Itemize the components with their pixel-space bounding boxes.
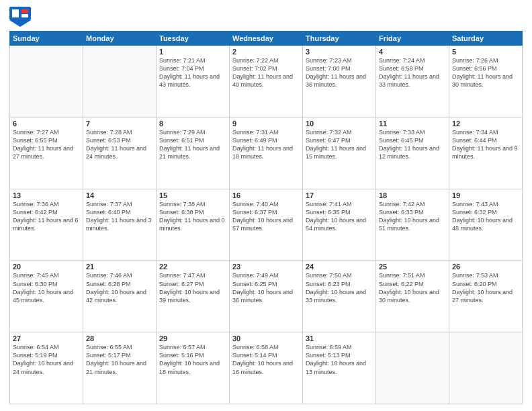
day-number: 14 [86,191,153,199]
day-number: 4 [379,48,446,56]
day-number: 9 [232,120,300,128]
day-info: Sunrise: 7:26 AM Sunset: 6:56 PM Dayligh… [452,56,519,89]
day-number: 2 [232,48,300,56]
calendar-cell: 23Sunrise: 7:49 AM Sunset: 6:25 PM Dayli… [230,261,303,332]
weekday-header-tuesday: Tuesday [157,32,230,46]
calendar-cell: 19Sunrise: 7:43 AM Sunset: 6:32 PM Dayli… [449,189,523,261]
calendar-cell: 30Sunrise: 6:58 AM Sunset: 5:14 PM Dayli… [230,332,303,404]
day-info: Sunrise: 7:22 AM Sunset: 7:02 PM Dayligh… [232,56,300,89]
day-number: 11 [379,120,446,128]
logo [9,7,34,27]
calendar-cell: 10Sunrise: 7:32 AM Sunset: 6:47 PM Dayli… [303,117,376,189]
calendar-week-3: 13Sunrise: 7:36 AM Sunset: 6:42 PM Dayli… [10,189,523,261]
calendar-cell: 26Sunrise: 7:53 AM Sunset: 6:20 PM Dayli… [449,261,523,332]
svg-rect-2 [12,9,19,17]
day-info: Sunrise: 7:53 AM Sunset: 6:20 PM Dayligh… [452,271,519,304]
day-info: Sunrise: 6:58 AM Sunset: 5:14 PM Dayligh… [232,343,300,376]
calendar-cell: 17Sunrise: 7:41 AM Sunset: 6:35 PM Dayli… [303,189,376,261]
calendar-cell: 6Sunrise: 7:27 AM Sunset: 6:55 PM Daylig… [10,117,83,189]
calendar-cell [10,46,83,118]
day-number: 15 [159,191,226,199]
day-number: 19 [452,191,519,199]
day-number: 5 [452,48,519,56]
calendar-cell [449,332,523,404]
calendar-cell: 27Sunrise: 6:54 AM Sunset: 5:19 PM Dayli… [10,332,83,404]
page: SundayMondayTuesdayWednesdayThursdayFrid… [0,0,532,411]
day-info: Sunrise: 7:38 AM Sunset: 6:38 PM Dayligh… [159,200,226,233]
weekday-header-wednesday: Wednesday [230,32,303,46]
header [9,7,523,27]
day-info: Sunrise: 7:42 AM Sunset: 6:33 PM Dayligh… [379,200,446,233]
day-number: 8 [159,120,226,128]
day-info: Sunrise: 7:37 AM Sunset: 6:40 PM Dayligh… [86,200,153,233]
calendar-cell: 22Sunrise: 7:47 AM Sunset: 6:27 PM Dayli… [157,261,230,332]
day-number: 13 [13,191,80,199]
day-info: Sunrise: 7:51 AM Sunset: 6:22 PM Dayligh… [379,271,446,304]
day-number: 7 [86,120,153,128]
calendar-cell [83,46,157,118]
calendar-cell: 21Sunrise: 7:46 AM Sunset: 6:28 PM Dayli… [83,261,157,332]
calendar-cell: 16Sunrise: 7:40 AM Sunset: 6:37 PM Dayli… [230,189,303,261]
day-number: 17 [306,191,373,199]
day-number: 26 [452,263,519,271]
calendar-cell: 9Sunrise: 7:31 AM Sunset: 6:49 PM Daylig… [230,117,303,189]
calendar-cell: 14Sunrise: 7:37 AM Sunset: 6:40 PM Dayli… [83,189,157,261]
svg-rect-3 [21,9,28,13]
weekday-header-friday: Friday [376,32,449,46]
calendar-cell: 31Sunrise: 6:59 AM Sunset: 5:13 PM Dayli… [303,332,376,404]
day-number: 28 [86,334,153,342]
day-number: 24 [306,263,373,271]
day-info: Sunrise: 7:43 AM Sunset: 6:32 PM Dayligh… [452,200,519,233]
calendar-cell: 29Sunrise: 6:57 AM Sunset: 5:16 PM Dayli… [157,332,230,404]
calendar-cell: 7Sunrise: 7:28 AM Sunset: 6:53 PM Daylig… [83,117,157,189]
calendar-cell: 25Sunrise: 7:51 AM Sunset: 6:22 PM Dayli… [376,261,449,332]
day-info: Sunrise: 7:45 AM Sunset: 6:30 PM Dayligh… [13,271,80,304]
calendar-cell: 24Sunrise: 7:50 AM Sunset: 6:23 PM Dayli… [303,261,376,332]
day-info: Sunrise: 7:49 AM Sunset: 6:25 PM Dayligh… [232,271,300,304]
day-number: 3 [306,48,373,56]
day-info: Sunrise: 7:31 AM Sunset: 6:49 PM Dayligh… [232,128,300,161]
day-number: 12 [452,120,519,128]
calendar-cell: 13Sunrise: 7:36 AM Sunset: 6:42 PM Dayli… [10,189,83,261]
day-number: 21 [86,263,153,271]
calendar-cell: 3Sunrise: 7:23 AM Sunset: 7:00 PM Daylig… [303,46,376,118]
day-info: Sunrise: 6:55 AM Sunset: 5:17 PM Dayligh… [86,343,153,376]
calendar-week-5: 27Sunrise: 6:54 AM Sunset: 5:19 PM Dayli… [10,332,523,404]
calendar-week-4: 20Sunrise: 7:45 AM Sunset: 6:30 PM Dayli… [10,261,523,332]
day-info: Sunrise: 7:23 AM Sunset: 7:00 PM Dayligh… [306,56,373,89]
calendar-cell: 1Sunrise: 7:21 AM Sunset: 7:04 PM Daylig… [157,46,230,118]
calendar-week-1: 1Sunrise: 7:21 AM Sunset: 7:04 PM Daylig… [10,46,523,118]
day-number: 20 [13,263,80,271]
day-number: 22 [159,263,226,271]
calendar-header-row: SundayMondayTuesdayWednesdayThursdayFrid… [10,32,523,46]
day-info: Sunrise: 7:29 AM Sunset: 6:51 PM Dayligh… [159,128,226,161]
calendar-table: SundayMondayTuesdayWednesdayThursdayFrid… [9,31,523,404]
weekday-header-saturday: Saturday [449,32,523,46]
day-info: Sunrise: 7:28 AM Sunset: 6:53 PM Dayligh… [86,128,153,161]
svg-rect-4 [21,14,28,17]
day-info: Sunrise: 7:21 AM Sunset: 7:04 PM Dayligh… [159,56,226,89]
day-number: 1 [159,48,226,56]
calendar-week-2: 6Sunrise: 7:27 AM Sunset: 6:55 PM Daylig… [10,117,523,189]
day-number: 16 [232,191,300,199]
day-number: 29 [159,334,226,342]
calendar-cell: 18Sunrise: 7:42 AM Sunset: 6:33 PM Dayli… [376,189,449,261]
day-info: Sunrise: 7:36 AM Sunset: 6:42 PM Dayligh… [13,200,80,233]
day-number: 18 [379,191,446,199]
weekday-header-monday: Monday [83,32,157,46]
day-info: Sunrise: 7:27 AM Sunset: 6:55 PM Dayligh… [13,128,80,161]
svg-marker-1 [9,20,31,27]
day-number: 31 [306,334,373,342]
day-number: 10 [306,120,373,128]
day-info: Sunrise: 7:33 AM Sunset: 6:45 PM Dayligh… [379,128,446,161]
day-info: Sunrise: 7:46 AM Sunset: 6:28 PM Dayligh… [86,271,153,304]
day-info: Sunrise: 7:47 AM Sunset: 6:27 PM Dayligh… [159,271,226,304]
day-info: Sunrise: 7:41 AM Sunset: 6:35 PM Dayligh… [306,200,373,233]
day-info: Sunrise: 7:32 AM Sunset: 6:47 PM Dayligh… [306,128,373,161]
day-number: 23 [232,263,300,271]
day-number: 30 [232,334,300,342]
calendar-cell: 28Sunrise: 6:55 AM Sunset: 5:17 PM Dayli… [83,332,157,404]
calendar-cell: 4Sunrise: 7:24 AM Sunset: 6:58 PM Daylig… [376,46,449,118]
calendar-cell: 8Sunrise: 7:29 AM Sunset: 6:51 PM Daylig… [157,117,230,189]
day-info: Sunrise: 6:59 AM Sunset: 5:13 PM Dayligh… [306,343,373,376]
